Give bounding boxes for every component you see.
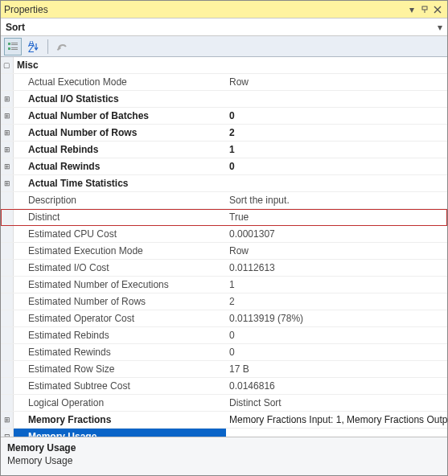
description-title: Memory Usage bbox=[7, 442, 441, 453]
prop-actual-time-statistics[interactable]: ⊞ Actual Time Statistics bbox=[1, 175, 447, 192]
collapse-icon[interactable]: ▢ bbox=[1, 57, 14, 73]
collapse-icon[interactable]: ⊟ bbox=[1, 429, 14, 437]
chevron-down-icon: ▾ bbox=[438, 22, 442, 33]
expand-icon[interactable]: ⊞ bbox=[1, 125, 14, 141]
expand-icon[interactable]: ⊞ bbox=[1, 158, 14, 174]
prop-estimated-operator-cost[interactable]: Estimated Operator Cost 0.0113919 (78%) bbox=[1, 310, 447, 327]
prop-estimated-cpu-cost[interactable]: Estimated CPU Cost 0.0001307 bbox=[1, 226, 447, 243]
property-grid: ▢ Misc Actual Execution Mode Row ⊞ Actua… bbox=[1, 57, 447, 437]
prop-estimated-execution-mode[interactable]: Estimated Execution Mode Row bbox=[1, 243, 447, 260]
prop-memory-fractions[interactable]: ⊞ Memory Fractions Memory Fractions Inpu… bbox=[1, 412, 447, 429]
prop-estimated-number-of-rows[interactable]: Estimated Number of Rows 2 bbox=[1, 293, 447, 310]
prop-actual-rewinds[interactable]: ⊞ Actual Rewinds 0 bbox=[1, 158, 447, 175]
object-selector[interactable]: Sort ▾ bbox=[1, 18, 447, 36]
svg-text:Z: Z bbox=[28, 43, 34, 52]
svg-rect-0 bbox=[422, 6, 427, 10]
toolbar-separator bbox=[47, 39, 48, 54]
expand-icon[interactable]: ⊞ bbox=[1, 142, 14, 158]
prop-estimated-rebinds[interactable]: Estimated Rebinds 0 bbox=[1, 327, 447, 344]
description-body: Memory Usage bbox=[7, 455, 441, 466]
prop-actual-io-statistics[interactable]: ⊞ Actual I/O Statistics bbox=[1, 91, 447, 108]
titlebar: Properties ▾ bbox=[1, 1, 447, 18]
prop-memory-usage[interactable]: ⊟ Memory Usage bbox=[1, 429, 447, 437]
svg-rect-6 bbox=[11, 44, 18, 45]
prop-actual-number-of-rows[interactable]: ⊞ Actual Number of Rows 2 bbox=[1, 125, 447, 142]
prop-description[interactable]: Description Sort the input. bbox=[1, 192, 447, 209]
close-icon[interactable] bbox=[431, 3, 444, 16]
toolbar: AZ bbox=[1, 36, 447, 57]
prop-estimated-rewinds[interactable]: Estimated Rewinds 0 bbox=[1, 344, 447, 361]
expand-icon[interactable]: ⊞ bbox=[1, 412, 14, 428]
prop-actual-rebinds[interactable]: ⊞ Actual Rebinds 1 bbox=[1, 142, 447, 158]
prop-logical-operation[interactable]: Logical Operation Distinct Sort bbox=[1, 395, 447, 412]
categorized-button[interactable] bbox=[4, 38, 22, 55]
prop-estimated-io-cost[interactable]: Estimated I/O Cost 0.0112613 bbox=[1, 260, 447, 277]
prop-estimated-number-of-executions[interactable]: Estimated Number of Executions 1 bbox=[1, 277, 447, 293]
window-title: Properties bbox=[4, 4, 405, 15]
description-pane: Memory Usage Memory Usage bbox=[1, 437, 447, 475]
prop-estimated-subtree-cost[interactable]: Estimated Subtree Cost 0.0146816 bbox=[1, 378, 447, 395]
prop-estimated-row-size[interactable]: Estimated Row Size 17 B bbox=[1, 361, 447, 378]
property-pages-button[interactable] bbox=[53, 38, 71, 55]
expand-icon[interactable]: ⊞ bbox=[1, 91, 14, 107]
pin-icon[interactable] bbox=[418, 3, 431, 16]
prop-actual-number-of-batches[interactable]: ⊞ Actual Number of Batches 0 bbox=[1, 108, 447, 125]
expand-icon[interactable]: ⊞ bbox=[1, 108, 14, 124]
expand-icon[interactable]: ⊞ bbox=[1, 175, 14, 191]
category-row-misc[interactable]: ▢ Misc bbox=[1, 57, 447, 74]
object-name: Sort bbox=[6, 22, 438, 33]
prop-distinct[interactable]: Distinct True bbox=[1, 209, 447, 226]
svg-rect-9 bbox=[11, 49, 18, 50]
svg-rect-5 bbox=[11, 43, 18, 43]
svg-rect-4 bbox=[8, 43, 10, 45]
svg-rect-8 bbox=[11, 47, 18, 48]
dropdown-icon[interactable]: ▾ bbox=[405, 3, 418, 16]
svg-rect-7 bbox=[8, 47, 10, 50]
alphabetical-button[interactable]: AZ bbox=[25, 38, 43, 55]
prop-actual-execution-mode[interactable]: Actual Execution Mode Row bbox=[1, 74, 447, 91]
